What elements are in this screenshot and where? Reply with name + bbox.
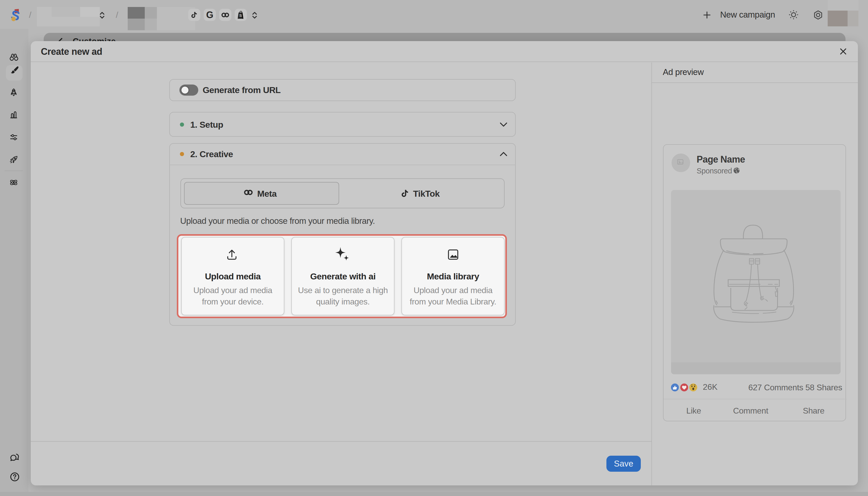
svg-text:S: S bbox=[239, 13, 242, 18]
